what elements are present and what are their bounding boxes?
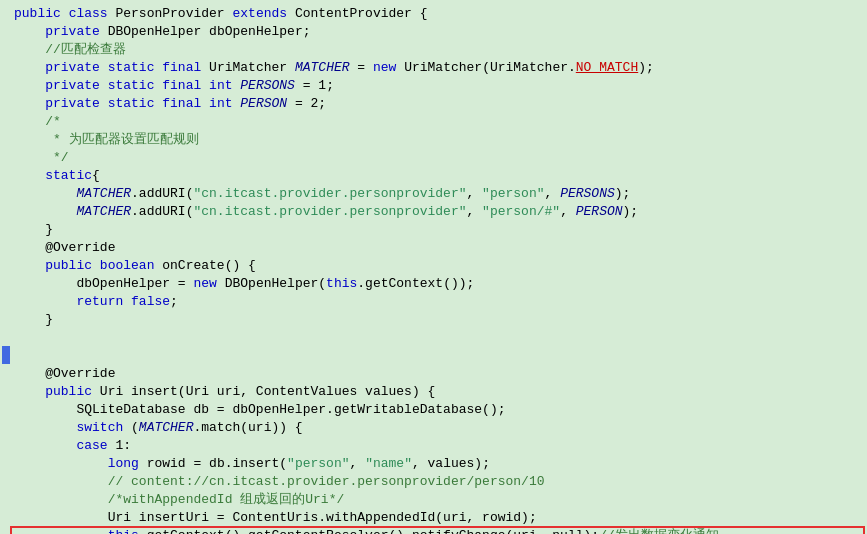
code-line-27: // content://cn.itcast.provider.personpr… <box>0 472 867 490</box>
code-line-20 <box>0 346 867 364</box>
code-line-16: dbOpenHelper = new DBOpenHelper(this.get… <box>0 274 867 292</box>
line-text-20 <box>10 348 865 363</box>
line-text-17: return false; <box>10 294 865 309</box>
line-text-24: switch (MATCHER.match(uri)) { <box>10 420 865 435</box>
code-line-12: MATCHER.addURI("cn.itcast.provider.perso… <box>0 202 867 220</box>
code-line-14: @Override <box>0 238 867 256</box>
line-text-5: private static final int PERSONS = 1; <box>10 78 865 93</box>
code-line-13: } <box>0 220 867 238</box>
line-text-18: } <box>10 312 865 327</box>
code-line-1: public class PersonProvider extends Cont… <box>0 4 867 22</box>
line-text-3: //匹配检查器 <box>10 40 865 58</box>
line-text-6: private static final int PERSON = 2; <box>10 96 865 111</box>
code-line-28: /*withAppendedId 组成返回的Uri*/ <box>0 490 867 508</box>
line-text-19 <box>10 330 865 345</box>
code-line-22: public Uri insert(Uri uri, ContentValues… <box>0 382 867 400</box>
line-text-23: SQLiteDatabase db = dbOpenHelper.getWrit… <box>10 402 865 417</box>
code-line-24: switch (MATCHER.match(uri)) { <box>0 418 867 436</box>
line-text-30: this.getContext().getContentResolver().n… <box>10 526 865 534</box>
code-line-18: } <box>0 310 867 328</box>
line-text-16: dbOpenHelper = new DBOpenHelper(this.get… <box>10 276 865 291</box>
line-text-4: private static final UriMatcher MATCHER … <box>10 60 865 75</box>
line-text-22: public Uri insert(Uri uri, ContentValues… <box>10 384 865 399</box>
code-line-29: Uri insertUri = ContentUris.withAppended… <box>0 508 867 526</box>
code-line-19 <box>0 328 867 346</box>
line-text-10: static{ <box>10 168 865 183</box>
code-line-30: this.getContext().getContentResolver().n… <box>0 526 867 534</box>
code-line-25: case 1: <box>0 436 867 454</box>
line-text-8: * 为匹配器设置匹配规则 <box>10 130 865 148</box>
line-text-26: long rowid = db.insert("person", "name",… <box>10 456 865 471</box>
code-line-2: private DBOpenHelper dbOpenHelper; <box>0 22 867 40</box>
code-line-9: */ <box>0 148 867 166</box>
line-text-13: } <box>10 222 865 237</box>
code-line-7: /* <box>0 112 867 130</box>
code-line-3: //匹配检查器 <box>0 40 867 58</box>
code-line-4: private static final UriMatcher MATCHER … <box>0 58 867 76</box>
code-line-11: MATCHER.addURI("cn.itcast.provider.perso… <box>0 184 867 202</box>
line-text-12: MATCHER.addURI("cn.itcast.provider.perso… <box>10 204 865 219</box>
code-line-8: * 为匹配器设置匹配规则 <box>0 130 867 148</box>
code-line-10: static{ <box>0 166 867 184</box>
line-text-27: // content://cn.itcast.provider.personpr… <box>10 474 865 489</box>
line-text-7: /* <box>10 114 865 129</box>
code-line-6: private static final int PERSON = 2; <box>0 94 867 112</box>
line-text-28: /*withAppendedId 组成返回的Uri*/ <box>10 490 865 508</box>
code-editor: public class PersonProvider extends Cont… <box>0 0 867 534</box>
line-indicator-20 <box>2 346 10 364</box>
line-text-15: public boolean onCreate() { <box>10 258 865 273</box>
line-text-9: */ <box>10 150 865 165</box>
code-line-21: @Override <box>0 364 867 382</box>
line-text-11: MATCHER.addURI("cn.itcast.provider.perso… <box>10 186 865 201</box>
line-text-25: case 1: <box>10 438 865 453</box>
code-line-17: return false; <box>0 292 867 310</box>
line-text-2: private DBOpenHelper dbOpenHelper; <box>10 24 865 39</box>
code-line-23: SQLiteDatabase db = dbOpenHelper.getWrit… <box>0 400 867 418</box>
line-text-14: @Override <box>10 240 865 255</box>
code-line-15: public boolean onCreate() { <box>0 256 867 274</box>
line-text-1: public class PersonProvider extends Cont… <box>10 6 865 21</box>
code-line-5: private static final int PERSONS = 1; <box>0 76 867 94</box>
line-text-21: @Override <box>10 366 865 381</box>
code-line-26: long rowid = db.insert("person", "name",… <box>0 454 867 472</box>
line-text-29: Uri insertUri = ContentUris.withAppended… <box>10 510 865 525</box>
